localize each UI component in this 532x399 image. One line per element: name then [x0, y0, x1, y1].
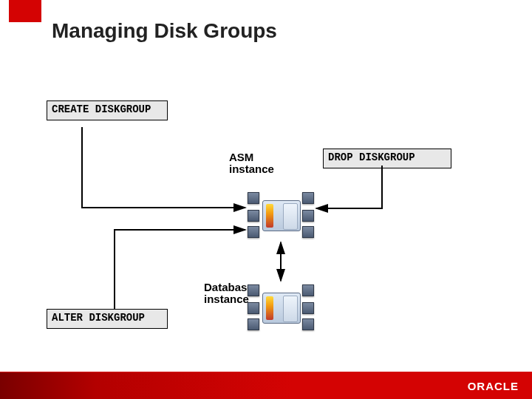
chip-icon [248, 318, 259, 330]
chip-icon [248, 302, 259, 314]
chip-icon [302, 318, 314, 330]
footer-bar [0, 372, 532, 399]
chip-icon [248, 284, 259, 296]
server-body-icon [262, 293, 301, 324]
chip-icon [302, 210, 314, 222]
chip-icon [302, 302, 314, 314]
slide: Managing Disk Groups CREATE DISKGROUP AL… [0, 0, 532, 399]
chip-icon [302, 284, 314, 296]
server-body-icon [262, 200, 301, 231]
asm-instance-icon [248, 192, 314, 238]
arrow-create-to-asm [82, 127, 245, 208]
db-instance-icon [248, 284, 314, 330]
oracle-logo: ORACLE [468, 380, 519, 392]
arrow-alter-to-asm [115, 230, 245, 309]
arrow-drop-to-asm [316, 166, 382, 208]
chip-icon [248, 226, 259, 238]
chip-icon [302, 192, 314, 204]
chip-icon [302, 226, 314, 238]
chip-icon [248, 192, 259, 204]
chip-icon [248, 210, 259, 222]
